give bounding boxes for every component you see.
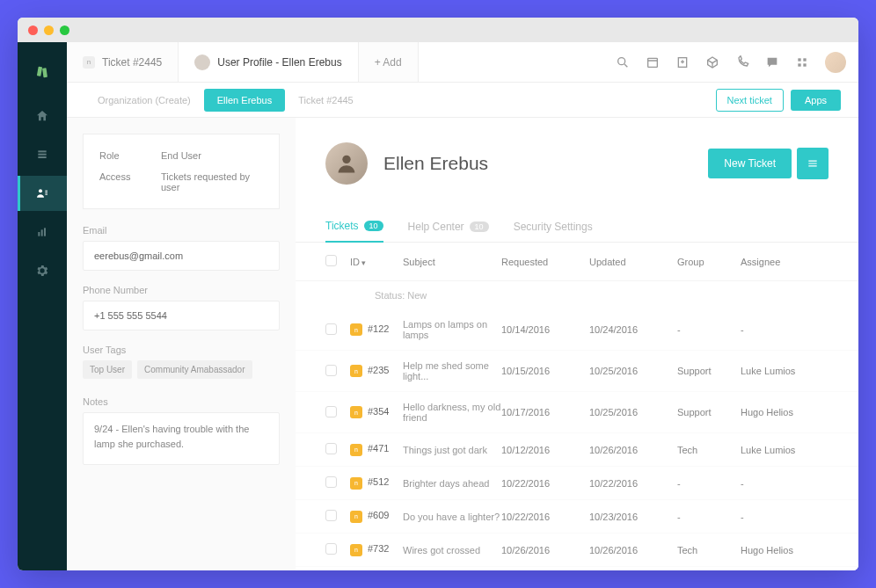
ticket-id: #354 <box>368 406 389 417</box>
ticket-subject: Brighter days ahead <box>403 478 501 489</box>
apps-button[interactable]: Apps <box>791 90 841 111</box>
next-ticket-button[interactable]: Next ticket <box>716 89 784 112</box>
svg-rect-10 <box>41 229 43 236</box>
row-checkbox[interactable] <box>325 323 337 335</box>
email-label: Email <box>83 225 280 236</box>
nav-views[interactable] <box>18 137 67 172</box>
main-panel: Ellen Erebus New Ticket Tickets 10 <box>296 118 858 570</box>
row-checkbox[interactable] <box>325 476 337 488</box>
profile-tabs: Tickets 10 Help Center 10 Security Setti… <box>296 211 858 243</box>
tab-tickets-label: Tickets <box>325 220 359 232</box>
close-window-dot[interactable] <box>28 25 38 35</box>
tab-help-center[interactable]: Help Center 10 <box>408 211 489 242</box>
nav-settings[interactable] <box>18 253 67 288</box>
user-avatar[interactable] <box>825 52 846 73</box>
ticket-subject: Things just got dark <box>403 445 501 455</box>
ticket-subject: Wires got crossed <box>403 545 501 555</box>
minimize-window-dot[interactable] <box>44 25 54 35</box>
access-value: Tickets requested by user <box>161 171 263 192</box>
select-all-checkbox[interactable] <box>325 255 337 266</box>
phone-icon[interactable] <box>735 55 749 69</box>
help-count-badge: 10 <box>470 221 489 232</box>
col-group[interactable]: Group <box>677 257 741 267</box>
ticket-badge-icon: n <box>83 56 95 69</box>
access-label: Access <box>99 171 161 192</box>
phone-label: Phone Number <box>83 285 280 295</box>
search-icon[interactable] <box>616 55 630 69</box>
ticket-group: Support <box>677 407 741 417</box>
row-checkbox[interactable] <box>325 543 337 555</box>
tab-profile-label: User Profile - Ellen Erebus <box>217 56 341 69</box>
svg-rect-4 <box>38 156 46 158</box>
ticket-updated: 10/26/2016 <box>589 545 677 555</box>
table-row[interactable]: n#471Things just got dark10/12/201610/26… <box>296 433 858 467</box>
col-assignee[interactable]: Assignee <box>741 257 829 267</box>
tab-add[interactable]: + Add <box>359 42 419 82</box>
ticket-requested: 10/17/2016 <box>501 407 589 417</box>
maximize-window-dot[interactable] <box>60 25 69 35</box>
tab-tickets[interactable]: Tickets 10 <box>325 211 383 243</box>
ticket-id: #512 <box>368 476 389 487</box>
table-row[interactable]: n#122Lamps on lamps on lamps10/14/201610… <box>296 309 858 351</box>
tab-ticket[interactable]: n Ticket #2445 <box>67 42 179 82</box>
status-group-label: Status: New <box>296 281 858 309</box>
svg-point-24 <box>342 156 350 163</box>
nav-customers[interactable] <box>18 176 67 211</box>
ticket-id: #471 <box>368 443 389 454</box>
tab-security-label: Security Settings <box>514 221 593 233</box>
svg-rect-3 <box>38 154 46 156</box>
svg-rect-22 <box>798 63 800 66</box>
ticket-menu-button[interactable] <box>797 148 829 179</box>
col-requested[interactable]: Requested <box>501 257 589 267</box>
ticket-requested: 10/22/2016 <box>501 478 589 489</box>
ticket-group: Tech <box>677 445 741 455</box>
status-badge-icon: n <box>350 444 362 456</box>
table-row[interactable]: n#732Wires got crossed10/26/201610/26/20… <box>296 534 858 567</box>
calendar-icon[interactable] <box>646 55 660 69</box>
table-row[interactable]: n#609Do you have a lighter?10/22/201610/… <box>296 500 858 534</box>
svg-rect-1 <box>42 68 47 77</box>
ticket-subject: Lamps on lamps on lamps <box>403 319 501 340</box>
tag-item[interactable]: Community Amabassador <box>137 360 252 379</box>
tab-ticket-label: Ticket #2445 <box>102 56 162 69</box>
role-access-card: Role End User Access Tickets requested b… <box>83 134 280 209</box>
new-ticket-button[interactable]: New Ticket <box>708 149 792 178</box>
svg-point-5 <box>39 189 42 192</box>
note-icon[interactable] <box>675 55 690 69</box>
status-badge-icon: n <box>350 511 362 523</box>
nav-home[interactable] <box>18 98 67 134</box>
nav-reports[interactable] <box>18 214 67 250</box>
col-subject[interactable]: Subject <box>403 257 501 267</box>
table-row[interactable]: n#235Help me shed some light...10/15/201… <box>296 351 858 392</box>
svg-rect-23 <box>803 63 806 66</box>
col-updated[interactable]: Updated <box>589 257 677 267</box>
navtab-user[interactable]: Ellen Erebus <box>204 89 285 112</box>
navtab-ticket[interactable]: Ticket #2445 <box>285 89 367 112</box>
row-checkbox[interactable] <box>325 406 337 417</box>
email-input[interactable] <box>83 241 280 271</box>
box-icon[interactable] <box>705 55 719 69</box>
table-row[interactable]: n#512Brighter days ahead10/22/201610/22/… <box>296 467 858 500</box>
tab-profile[interactable]: User Profile - Ellen Erebus <box>179 42 358 82</box>
svg-rect-7 <box>45 192 47 193</box>
profile-avatar <box>325 142 368 185</box>
ticket-group: Tech <box>677 545 741 555</box>
sort-icon: ▾ <box>361 258 366 267</box>
row-checkbox[interactable] <box>325 365 337 376</box>
notes-textarea[interactable]: 9/24 - Ellen's having trouble with the l… <box>83 412 280 465</box>
navtab-organization[interactable]: Organization (Create) <box>84 89 204 112</box>
tag-item[interactable]: Top User <box>83 360 132 379</box>
row-checkbox[interactable] <box>325 510 337 521</box>
table-row[interactable]: n#354Hello darkness, my old friend10/17/… <box>296 392 858 433</box>
col-id[interactable]: ID▾ <box>350 257 403 267</box>
ticket-subject: Hello darkness, my old friend <box>403 402 501 423</box>
chat-icon[interactable] <box>765 55 779 69</box>
tab-security[interactable]: Security Settings <box>514 211 593 242</box>
svg-line-13 <box>624 64 627 67</box>
phone-input[interactable] <box>83 301 280 330</box>
logo-icon[interactable] <box>18 54 67 90</box>
row-checkbox[interactable] <box>325 443 337 454</box>
ticket-subject: Help me shed some light... <box>403 360 501 381</box>
apps-grid-icon[interactable] <box>795 55 809 69</box>
profile-header: Ellen Erebus New Ticket <box>296 118 858 202</box>
